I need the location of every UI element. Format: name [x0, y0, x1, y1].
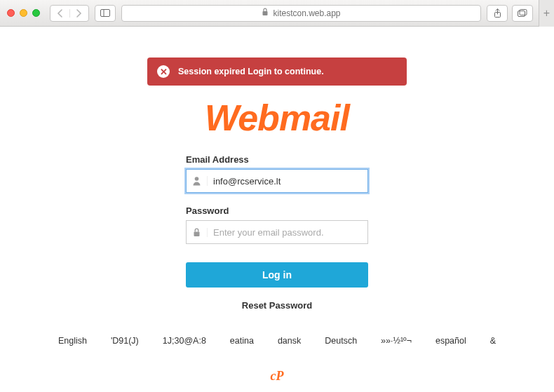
lang-option[interactable]: English: [58, 336, 87, 346]
lang-more[interactable]: &: [490, 336, 496, 346]
lang-option[interactable]: 1J;30@A:8: [163, 336, 206, 346]
alert-message: Session expired Login to continue.: [178, 67, 324, 76]
password-field-wrapper: [186, 220, 368, 244]
lang-option[interactable]: 'D91(J): [111, 336, 139, 346]
svg-rect-0: [101, 10, 110, 17]
window-controls: [7, 9, 40, 17]
share-button[interactable]: [487, 5, 508, 22]
lang-option[interactable]: español: [435, 336, 466, 346]
sidebar-toggle-button[interactable]: [95, 5, 116, 22]
lock-icon: [262, 8, 269, 18]
svg-rect-7: [194, 231, 200, 236]
forward-button[interactable]: [70, 9, 89, 18]
svg-rect-2: [263, 11, 268, 15]
lang-option[interactable]: Deutsch: [325, 336, 357, 346]
reset-password-link[interactable]: Reset Password: [242, 300, 312, 311]
error-icon: ✕: [157, 65, 170, 78]
email-label: Email Address: [186, 154, 368, 165]
address-bar[interactable]: kitestcon.web.app: [121, 5, 481, 22]
lang-option[interactable]: dansk: [278, 336, 301, 346]
url-text: kitestcon.web.app: [273, 8, 340, 18]
lang-option[interactable]: »»·½¹º¬: [381, 336, 412, 346]
browser-toolbar: kitestcon.web.app +: [0, 0, 554, 27]
cpanel-logo: cP: [271, 369, 284, 384]
user-icon: [187, 176, 208, 186]
password-input[interactable]: [208, 227, 367, 238]
toolbar-right: [487, 5, 533, 22]
language-selector: English 'D91(J) 1J;30@A:8 eatina dansk D…: [58, 336, 496, 346]
new-tab-button[interactable]: +: [539, 0, 554, 27]
nav-back-forward: [50, 5, 89, 22]
back-button[interactable]: [50, 9, 70, 18]
webmail-logo: Webmail: [205, 97, 349, 139]
svg-rect-4: [518, 11, 525, 16]
tabs-button[interactable]: [512, 5, 533, 22]
password-label: Password: [186, 205, 368, 216]
page-content: ✕ Session expired Login to continue. Web…: [0, 27, 554, 392]
login-form: Email Address Password: [186, 154, 368, 244]
svg-point-6: [195, 177, 199, 181]
email-input[interactable]: [208, 176, 367, 187]
maximize-window-button[interactable]: [32, 9, 40, 17]
lang-option[interactable]: eatina: [230, 336, 254, 346]
error-alert: ✕ Session expired Login to continue.: [147, 58, 407, 86]
login-button[interactable]: Log in: [186, 262, 368, 288]
close-window-button[interactable]: [7, 9, 15, 17]
lock-icon: [187, 228, 208, 237]
svg-rect-5: [520, 9, 527, 15]
minimize-window-button[interactable]: [20, 9, 27, 17]
email-field-wrapper: [186, 169, 368, 193]
